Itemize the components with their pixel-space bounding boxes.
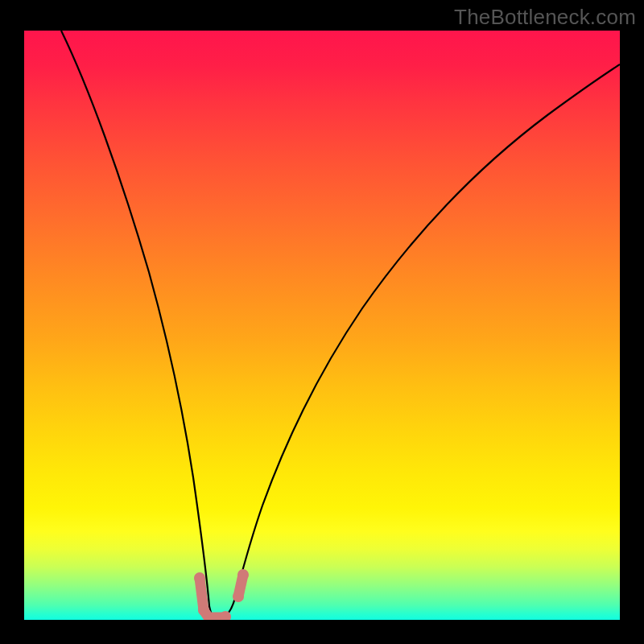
valley-markers bbox=[194, 569, 249, 620]
bottleneck-curve bbox=[61, 31, 620, 618]
curve-layer bbox=[24, 31, 620, 620]
plot-area bbox=[24, 31, 620, 620]
chart-frame: TheBottleneck.com bbox=[0, 0, 644, 644]
right-marker-top bbox=[237, 569, 249, 580]
watermark-text: TheBottleneck.com bbox=[454, 5, 636, 30]
